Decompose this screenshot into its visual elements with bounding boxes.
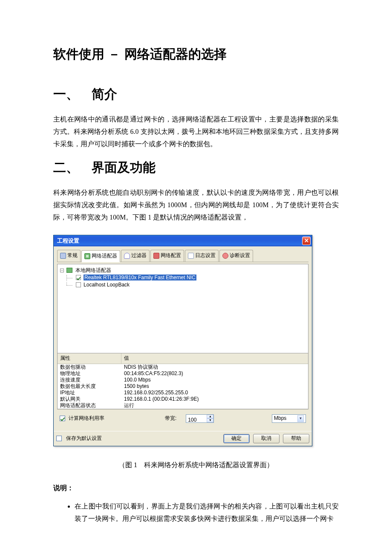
- diag-icon: [222, 253, 228, 259]
- log-icon: [188, 253, 194, 259]
- prop-val: NDIS 协议驱动: [121, 364, 308, 370]
- property-grid: 属性 值 数据包驱动 NDIS 协议驱动 物理地址 00:14:85:CA:F5…: [57, 353, 308, 409]
- prop-row: 网络适配器状态 运行: [58, 402, 308, 409]
- prop-key: 网络适配器状态: [58, 402, 121, 409]
- help-button[interactable]: 帮助: [283, 434, 309, 443]
- tab-network-config[interactable]: 网络配置: [150, 250, 184, 262]
- spin-up-button[interactable]: ▲: [207, 415, 213, 419]
- tree-root-label: 本地网络适配器: [75, 267, 111, 273]
- tree-line-icon: [65, 275, 74, 281]
- bandwidth-row: 计算网络利用率 带宽: 100 ▲ ▼ Mbps ▼: [57, 409, 308, 428]
- cancel-button[interactable]: 取消: [253, 434, 280, 443]
- section-2-title: 二、 界面及功能: [53, 156, 339, 179]
- prop-val: 192.168.0.1 (00:D0:41:26:3F:9E): [121, 396, 308, 402]
- tab-general-label: 常规: [67, 251, 78, 260]
- tree-loopback-label: Localhost LoopBack: [84, 282, 130, 288]
- dialog-footer: 保存为默认设置 确定 取消 帮助: [54, 431, 312, 446]
- tree-line-icon: [65, 282, 74, 288]
- prop-val: 192.168.0.92/255.255.255.0: [121, 390, 308, 396]
- adapter-icon: [84, 253, 90, 259]
- tree-root[interactable]: − 本地网络适配器: [60, 267, 306, 274]
- prop-key: 连接速度: [58, 377, 121, 383]
- netcfg-icon: [153, 253, 159, 259]
- prop-key: 数据包驱动: [58, 364, 121, 370]
- bandwidth-input[interactable]: 100 ▲ ▼: [186, 414, 214, 423]
- settings-tab-strip: 常规 网络适配器 过滤器 网络配置 日志设置 诊断设置: [57, 249, 308, 263]
- spin-down-button[interactable]: ▼: [207, 419, 213, 422]
- save-default-label: 保存为默认设置: [66, 434, 102, 443]
- prop-key: 默认网关: [58, 396, 121, 402]
- tab-filter[interactable]: 过滤器: [121, 250, 150, 262]
- bandwidth-unit-select[interactable]: Mbps ▼: [272, 414, 306, 423]
- tab-diag-label: 诊断设置: [230, 251, 250, 260]
- nic-checkbox[interactable]: [76, 275, 81, 280]
- calc-utilization-checkbox[interactable]: [60, 416, 65, 421]
- prop-row: 数据包驱动 NDIS 协议驱动: [58, 364, 308, 370]
- prop-val: 00:14:85:CA:F5:22(802.3): [121, 370, 308, 377]
- tab-diagnostics[interactable]: 诊断设置: [219, 250, 253, 262]
- calc-utilization-label: 计算网络利用率: [69, 414, 104, 423]
- adapter-group-icon: [66, 268, 72, 273]
- general-icon: [60, 253, 66, 259]
- dialog-titlebar[interactable]: 工程设置 ✕: [54, 235, 312, 246]
- close-icon: ✕: [304, 236, 309, 246]
- ok-button[interactable]: 确定: [223, 434, 250, 443]
- section-1-title: 一、 简介: [53, 83, 339, 106]
- adapter-tree[interactable]: − 本地网络适配器 Realtek RTL8139/810x Family Fa…: [57, 264, 308, 353]
- prop-val: 100.0 Mbps: [121, 377, 308, 383]
- prop-row: IP地址 192.168.0.92/255.255.255.0: [58, 390, 308, 396]
- figure-caption: （图 1 科来网络分析系统中网络适配器设置界面）: [53, 459, 339, 471]
- tab-log-label: 日志设置: [195, 251, 216, 260]
- loopback-checkbox[interactable]: [76, 282, 81, 287]
- property-header: 属性 值: [58, 353, 308, 364]
- tree-item-loopback[interactable]: Localhost LoopBack: [60, 281, 306, 289]
- bandwidth-unit-value: Mbps: [274, 414, 286, 423]
- tab-filter-label: 过滤器: [131, 251, 147, 260]
- collapse-icon[interactable]: −: [60, 269, 64, 272]
- prop-key: IP地址: [58, 390, 121, 396]
- prop-header-attr: 属性: [58, 353, 121, 364]
- explanation-heading: 说明：: [53, 482, 339, 494]
- prop-row: 数据包最大长度 1500 bytes: [58, 383, 308, 390]
- explanation-list: 在上图中我们可以看到，界面上方是我们选择网卡的相关内容，上图可以看出主机只安装了…: [53, 500, 339, 525]
- prop-row: 默认网关 192.168.0.1 (00:D0:41:26:3F:9E): [58, 396, 308, 402]
- tab-log-settings[interactable]: 日志设置: [185, 250, 219, 262]
- prop-val: 运行: [121, 402, 308, 409]
- close-button[interactable]: ✕: [302, 237, 311, 245]
- bandwidth-value[interactable]: 100: [186, 415, 207, 422]
- dialog-title: 工程设置: [57, 236, 302, 246]
- bandwidth-label: 带宽:: [165, 414, 176, 423]
- tab-netcfg-label: 网络配置: [161, 251, 181, 260]
- tree-nic-label: Realtek RTL8139/810x Family Fast Etherne…: [84, 275, 196, 280]
- tab-general[interactable]: 常规: [57, 250, 81, 262]
- tab-network-adapter[interactable]: 网络适配器: [81, 250, 120, 263]
- tree-item-nic[interactable]: Realtek RTL8139/810x Family Fast Etherne…: [60, 274, 306, 281]
- filter-icon: [124, 253, 130, 259]
- explanation-item: 在上图中我们可以看到，界面上方是我们选择网卡的相关内容，上图可以看出主机只安装了…: [75, 500, 339, 525]
- prop-header-val: 值: [121, 353, 308, 364]
- tab-adapter-label: 网络适配器: [92, 251, 117, 261]
- section-2-paragraph: 科来网络分析系统也能自动职别网卡的传输速度，默认以卡的速度为网络带宽，用户也可以…: [53, 187, 339, 223]
- prop-row: 物理地址 00:14:85:CA:F5:22(802.3): [58, 370, 308, 377]
- prop-key: 物理地址: [58, 370, 121, 377]
- save-default-checkbox[interactable]: [56, 436, 62, 441]
- prop-key: 数据包最大长度: [58, 383, 121, 390]
- chevron-down-icon: ▼: [297, 415, 304, 422]
- project-settings-dialog: 工程设置 ✕ 常规 网络适配器 过滤器 网络配置: [53, 235, 312, 446]
- prop-row: 连接速度 100.0 Mbps: [58, 377, 308, 383]
- prop-val: 1500 bytes: [121, 383, 308, 390]
- intro-paragraph: 主机在网络中的通讯都是通过网卡的，选择网络适配器在工程设置中，主要是选择数据的采…: [53, 113, 339, 150]
- doc-title: 软件使用 － 网络适配器的选择: [53, 43, 339, 66]
